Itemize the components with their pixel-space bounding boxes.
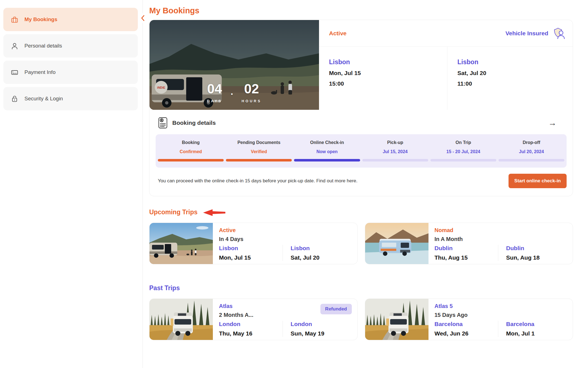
campervan-scene-lake xyxy=(365,223,428,264)
trip-locations: Dublin Thu, Aug 15 Dublin Sun, Aug 18 xyxy=(435,245,573,261)
progress-bar-upcoming xyxy=(430,159,496,161)
booking-locations: Lisbon Mon, Jul 15 15:00 Lisbon Sat, Jul… xyxy=(319,47,573,110)
sidebar-item-payment-info[interactable]: Payment Info xyxy=(3,61,138,84)
start-online-checkin-button[interactable]: Start online check-in xyxy=(509,174,567,188)
trip-pickup: Barcelona Wed, Jun 26 xyxy=(435,321,498,337)
trip-image xyxy=(150,223,213,264)
trip-image xyxy=(150,299,213,340)
trip-pickup: Dublin Thu, Aug 15 xyxy=(435,245,498,261)
trip-pickup: London Thu, May 16 xyxy=(219,321,283,337)
trip-card-body: Active In 4 Days Lisbon Mon, Jul 15 Lisb… xyxy=(213,223,357,264)
sidebar-collapse-button[interactable] xyxy=(139,13,147,23)
trip-dropoff: Lisbon Sat, Jul 20 xyxy=(283,245,346,261)
trip-relative-time: In 4 Days xyxy=(219,236,357,242)
active-booking-card: iNDiE 04 DAYS xyxy=(149,20,573,196)
dropoff-city: Lisbon xyxy=(457,58,573,66)
trip-pickup: Lisbon Mon, Jul 15 xyxy=(219,245,283,261)
sidebar-item-security-login[interactable]: Security & Login xyxy=(3,87,138,110)
trip-locations: Lisbon Mon, Jul 15 Lisbon Sat, Jul 20 xyxy=(219,245,357,261)
progress-step-booking: Booking Confirmed xyxy=(157,140,225,161)
lock-icon xyxy=(11,95,18,103)
trip-vehicle-name: Nomad xyxy=(435,227,573,233)
my-bookings-page: My Bookings Personal details Payment Inf… xyxy=(0,0,588,368)
trip-vehicle-name: Atlas 5 xyxy=(435,303,573,309)
past-trip-card-atlas5[interactable]: Atlas 5 15 Days Ago Barcelona Wed, Jun 2… xyxy=(365,299,573,340)
shield-person-icon xyxy=(552,28,565,39)
upcoming-trip-card-nomad[interactable]: Nomad In A Month Dublin Thu, Aug 15 Dubl… xyxy=(365,223,573,264)
refunded-badge: Refunded xyxy=(320,304,352,314)
progress-bar-current xyxy=(294,159,360,161)
trip-dropoff: Barcelona Mon, Jul 1 xyxy=(498,321,562,337)
progress-bar-done xyxy=(226,159,292,161)
trip-image xyxy=(365,223,428,264)
main-content: My Bookings xyxy=(149,0,573,340)
progress-step-pickup: Pick-up Jul 15, 2024 xyxy=(361,140,429,161)
sidebar-item-label: Payment Info xyxy=(24,69,56,75)
trip-relative-time: In A Month xyxy=(435,236,573,242)
page-title: My Bookings xyxy=(149,6,573,15)
pickup-time: 15:00 xyxy=(329,80,447,87)
upcoming-trip-card-active[interactable]: Active In 4 Days Lisbon Mon, Jul 15 Lisb… xyxy=(149,223,358,264)
checkin-note: You can proceed with the online check-in… xyxy=(158,178,358,184)
booking-details-icon xyxy=(158,117,168,129)
progress-bar-done xyxy=(158,159,224,161)
upcoming-trips-header: Upcoming Trips xyxy=(149,208,573,216)
progress-step-dropoff: Drop-off Jul 20, 2024 xyxy=(497,140,565,161)
booking-status-badge: Active xyxy=(329,30,347,37)
trip-dropoff: Dublin Sun, Aug 18 xyxy=(498,245,562,261)
trip-status: Active xyxy=(219,227,357,233)
upcoming-trips-title: Upcoming Trips xyxy=(149,208,198,216)
chevron-left-icon xyxy=(141,15,145,21)
checkin-footer: You can proceed with the online check-in… xyxy=(150,168,573,196)
active-booking-image: iNDiE 04 DAYS xyxy=(150,20,319,110)
sidebar-item-my-bookings[interactable]: My Bookings xyxy=(3,8,138,31)
sidebar-item-personal-details[interactable]: Personal details xyxy=(3,34,138,58)
past-trips-row: Atlas 2 Months A... Refunded London Thu,… xyxy=(149,299,573,340)
trip-locations: London Thu, May 16 London Sun, May 19 xyxy=(219,321,357,337)
sidebar-item-label: Personal details xyxy=(24,43,62,49)
progress-bar-upcoming xyxy=(499,159,564,161)
trip-card-body: Atlas 5 15 Days Ago Barcelona Wed, Jun 2… xyxy=(428,299,573,340)
arrow-right-icon[interactable]: → xyxy=(548,119,557,127)
countdown-hours-label: HOURS xyxy=(241,99,261,103)
vehicle-insured-label: Vehicle Insured xyxy=(505,30,548,37)
pickup-date: Mon, Jul 15 xyxy=(329,70,447,76)
booking-status-row: Active Vehicle Insured xyxy=(319,20,573,47)
vehicle-insured: Vehicle Insured xyxy=(505,28,565,39)
countdown-days-label: DAYS xyxy=(207,99,222,103)
trip-locations: Barcelona Wed, Jun 26 Barcelona Mon, Jul… xyxy=(435,321,573,337)
past-trip-card-atlas[interactable]: Atlas 2 Months A... Refunded London Thu,… xyxy=(149,299,358,340)
trip-dropoff: London Sun, May 19 xyxy=(283,321,346,337)
booking-summary-panel: Active Vehicle Insured xyxy=(319,20,573,110)
progress-bar-upcoming xyxy=(362,159,428,161)
pickup-countdown: 04 DAYS . 02 HOURS xyxy=(150,82,319,103)
motorhome-scene-cypress xyxy=(365,299,428,340)
motorhome-scene-cypress xyxy=(150,299,213,340)
pickup-city: Lisbon xyxy=(329,58,447,66)
countdown-separator: . xyxy=(231,86,233,97)
countdown-days: 04 xyxy=(207,82,222,96)
dropoff-date: Sat, Jul 20 xyxy=(457,70,573,76)
trip-card-body: Nomad In A Month Dublin Thu, Aug 15 Dubl… xyxy=(428,223,573,264)
pickup-location: Lisbon Mon, Jul 15 15:00 xyxy=(319,47,447,110)
briefcase-icon xyxy=(11,16,18,23)
progress-step-checkin: Online Check-in Now open xyxy=(293,140,361,161)
trip-image xyxy=(365,299,428,340)
past-trips-title: Past Trips xyxy=(149,284,180,292)
sidebar-item-label: Security & Login xyxy=(24,96,63,102)
sidebar: My Bookings Personal details Payment Inf… xyxy=(0,0,143,368)
booking-progress: Booking Confirmed Pending Documents Veri… xyxy=(156,134,567,168)
sidebar-item-label: My Bookings xyxy=(24,16,57,23)
dropoff-time: 11:00 xyxy=(457,80,573,87)
dropoff-location: Lisbon Sat, Jul 20 11:00 xyxy=(447,47,573,110)
trip-card-body: Atlas 2 Months A... Refunded London Thu,… xyxy=(213,299,357,340)
booking-card-top: iNDiE 04 DAYS xyxy=(150,20,573,110)
past-trips-header: Past Trips xyxy=(149,284,573,292)
credit-card-icon xyxy=(11,68,18,76)
user-icon xyxy=(11,42,18,50)
trip-relative-time: 15 Days Ago xyxy=(435,312,573,318)
progress-step-documents: Pending Documents Verified xyxy=(225,140,293,161)
booking-details-row[interactable]: Booking details → xyxy=(150,110,573,134)
annotation-arrow xyxy=(203,209,225,216)
upcoming-trips-row: Active In 4 Days Lisbon Mon, Jul 15 Lisb… xyxy=(149,223,573,264)
